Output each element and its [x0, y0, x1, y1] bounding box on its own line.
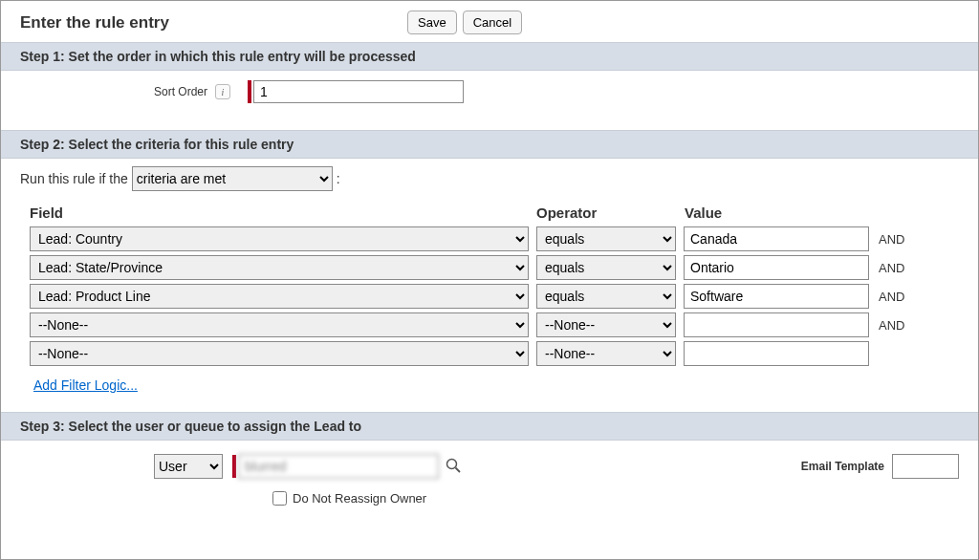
do-not-reassign-checkbox[interactable] — [272, 491, 287, 506]
save-button[interactable]: Save — [407, 11, 457, 34]
step3-header: Step 3: Select the user or queue to assi… — [1, 412, 978, 441]
rule-entry-form: Enter the rule entry Save Cancel Step 1:… — [0, 0, 979, 560]
criteria-operator-select[interactable]: --None-- — [536, 312, 676, 337]
criteria-value-input[interactable] — [684, 255, 869, 280]
criteria-and-label: AND — [869, 290, 917, 304]
criteria-row: Lead: Product LineequalsAND — [20, 282, 959, 311]
criteria-field-select[interactable]: Lead: Country — [30, 226, 529, 251]
svg-point-0 — [447, 459, 457, 468]
step2-header: Step 2: Select the criteria for this rul… — [1, 130, 978, 159]
criteria-and-label: AND — [869, 261, 917, 275]
assignee-name-input[interactable] — [238, 454, 439, 479]
add-filter-logic-link[interactable]: Add Filter Logic... — [20, 368, 959, 402]
criteria-row: --None----None-- — [20, 339, 959, 368]
criteria-value-input[interactable] — [684, 341, 869, 366]
criteria-row: Lead: CountryequalsAND — [20, 225, 959, 253]
run-if-row: Run this rule if the criteria are met : — [20, 166, 959, 191]
email-template-label: Email Template — [801, 460, 884, 473]
step1-header: Step 1: Set the order in which this rule… — [1, 42, 978, 71]
run-if-suffix: : — [337, 171, 340, 186]
criteria-field-select[interactable]: Lead: State/Province — [30, 255, 529, 280]
step3-row: User Email Template — [20, 454, 959, 479]
criteria-and-label: AND — [869, 318, 917, 333]
run-if-select[interactable]: criteria are met — [132, 166, 333, 191]
required-indicator — [248, 80, 251, 103]
criteria-field-select[interactable]: Lead: Product Line — [30, 284, 529, 309]
info-icon[interactable]: i — [215, 84, 230, 99]
assignee-type-select[interactable]: User — [154, 454, 223, 479]
criteria-field-select[interactable]: --None-- — [30, 312, 529, 337]
step1-body: Sort Order i — [1, 71, 978, 130]
col-field-header: Field — [30, 205, 536, 221]
criteria-operator-select[interactable]: equals — [536, 255, 676, 280]
cancel-button[interactable]: Cancel — [463, 11, 522, 34]
col-operator-header: Operator — [536, 205, 685, 221]
sort-order-input[interactable] — [253, 80, 464, 103]
col-value-header: Value — [685, 205, 876, 221]
criteria-table: Field Operator Value Lead: Countryequals… — [20, 205, 959, 368]
required-indicator — [232, 455, 236, 478]
criteria-value-input[interactable] — [684, 312, 869, 337]
col-and-header — [876, 205, 924, 221]
step2-body: Run this rule if the criteria are met : … — [1, 159, 978, 412]
lookup-icon[interactable] — [445, 457, 462, 477]
criteria-value-input[interactable] — [684, 226, 869, 251]
page-title: Enter the rule entry — [20, 13, 407, 32]
criteria-value-input[interactable] — [684, 284, 869, 309]
criteria-operator-select[interactable]: equals — [536, 226, 676, 251]
do-not-reassign-label: Do Not Reassign Owner — [293, 491, 426, 506]
svg-line-1 — [456, 467, 461, 472]
criteria-row: --None----None--AND — [20, 311, 959, 339]
criteria-operator-select[interactable]: equals — [536, 284, 676, 309]
criteria-row: Lead: State/ProvinceequalsAND — [20, 253, 959, 282]
step3-body: User Email Template Do Not Reassign Owne… — [1, 441, 978, 518]
criteria-field-select[interactable]: --None-- — [30, 341, 529, 366]
form-header: Enter the rule entry Save Cancel — [1, 1, 978, 42]
step3-second-row: Do Not Reassign Owner — [20, 479, 959, 508]
sort-order-label: Sort Order — [20, 85, 211, 98]
run-if-prefix: Run this rule if the — [20, 171, 128, 186]
criteria-and-label: AND — [869, 232, 917, 247]
criteria-operator-select[interactable]: --None-- — [536, 341, 676, 366]
email-template-input[interactable] — [892, 454, 959, 479]
criteria-head: Field Operator Value — [20, 205, 959, 225]
